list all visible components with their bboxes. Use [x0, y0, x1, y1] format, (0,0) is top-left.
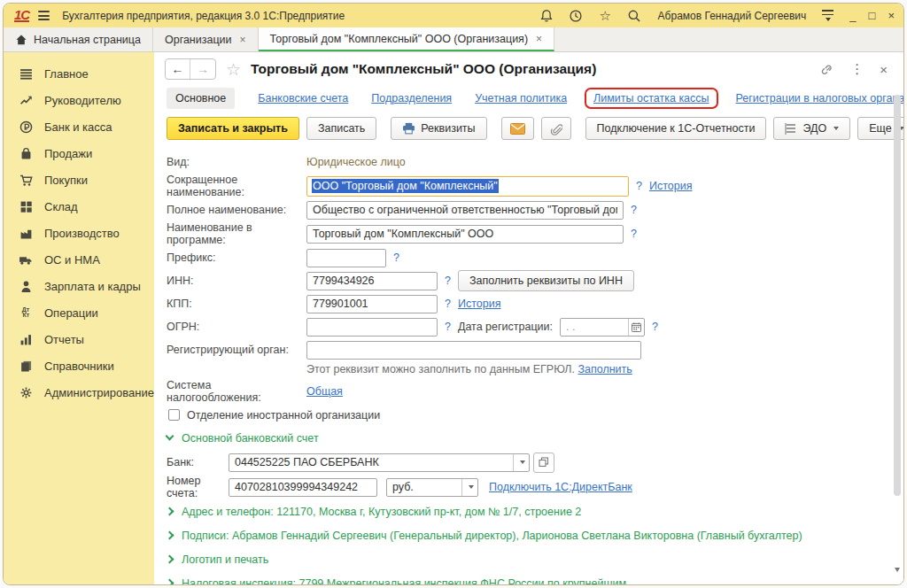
back-button[interactable]: ← [166, 59, 190, 79]
nav-tax-registrations[interactable]: Регистрации в налоговых органах [736, 92, 903, 104]
tab-organization-card[interactable]: Торговый дом "Комплексный" ООО (Организа… [259, 27, 554, 51]
nav-cash-limits[interactable]: Лимиты остатка кассы [593, 92, 709, 104]
account-input[interactable] [229, 478, 377, 497]
main-menu-icon[interactable] [38, 11, 50, 20]
address-section-expander[interactable]: Адрес и телефон: 121170, Москва г, Кутуз… [167, 499, 891, 523]
foreign-branch-checkbox[interactable] [168, 409, 180, 421]
sidebar-item-otchety[interactable]: Отчеты [4, 326, 154, 352]
form-row-tax-system: Система налогообложения: Общая [167, 379, 891, 404]
app-title: Бухгалтерия предприятия, редакция 3.0 1С… [62, 10, 530, 22]
bank-input[interactable]: 044525225 ПАО СБЕРБАНК [229, 453, 530, 472]
bank-label: Банк: [167, 456, 229, 468]
reg-date-input[interactable]: . . [560, 318, 645, 337]
inn-input[interactable] [306, 272, 438, 290]
service-settings-icon[interactable] [822, 10, 833, 21]
attachments-button[interactable] [541, 117, 571, 140]
program-name-input[interactable] [306, 225, 624, 244]
signatures-section-expander[interactable]: Подписи: Абрамов Геннадий Сергеевич (Ген… [167, 523, 891, 547]
history-icon[interactable] [569, 8, 584, 23]
nav-bank-accounts[interactable]: Банковские счета [258, 92, 348, 104]
calendar-icon[interactable] [628, 319, 644, 336]
notifications-bell-icon[interactable] [539, 8, 554, 23]
short-name-help[interactable]: ? [636, 180, 642, 192]
sidebar-item-sklad[interactable]: Склад [4, 193, 154, 220]
close-form-icon[interactable]: × [880, 62, 888, 77]
user-menu[interactable]: Абрамов Геннадий Сергеевич [658, 10, 807, 22]
reg-date-help[interactable]: ? [652, 321, 658, 333]
send-email-button[interactable] [501, 117, 534, 140]
get-link-icon[interactable] [819, 62, 834, 77]
short-name-input[interactable]: ООО "Торговый дом "Комплексный" [306, 176, 629, 197]
directbank-link[interactable]: Подключить 1С:ДиректБанк [489, 481, 632, 493]
bank-section-expander[interactable]: Основной банковский счет [167, 426, 891, 450]
kpp-history-link[interactable]: История [458, 298, 500, 310]
currency-select[interactable]: руб. [386, 478, 478, 497]
full-name-input[interactable] [306, 201, 624, 220]
toolbar: Записать и закрыть Записать Реквизиты По… [154, 117, 903, 149]
sidebar-item-os-nma[interactable]: ОС и НМА [4, 246, 154, 273]
kpp-help[interactable]: ? [445, 298, 451, 310]
fill-by-inn-button[interactable]: Заполнить реквизиты по ИНН [458, 270, 634, 291]
tax-system-link[interactable]: Общая [306, 385, 343, 398]
tax-inspection-section-expander[interactable]: Налоговая инспекция: 7799 Межрегиональна… [167, 571, 891, 584]
prefix-help[interactable]: ? [393, 251, 399, 264]
tab-organizations[interactable]: Организации × [153, 27, 259, 51]
truck-icon [17, 253, 35, 267]
currency-dropdown-button[interactable] [461, 479, 477, 496]
form-row-kpp: КПП: ? История [167, 292, 891, 315]
reg-authority-label: Регистрирующий орган: [167, 344, 306, 356]
bank-dropdown-button[interactable] [513, 454, 529, 471]
favorite-star-icon[interactable]: ☆ [226, 59, 241, 80]
edo-button[interactable]: ЭДО [773, 117, 850, 140]
save-button[interactable]: Записать [306, 117, 376, 140]
prefix-input[interactable] [306, 249, 386, 267]
scrollbar-down-arrow[interactable] [895, 568, 900, 572]
ogrn-input[interactable] [306, 318, 438, 337]
open-bank-icon[interactable] [533, 453, 554, 473]
sidebar-item-spravochniki[interactable]: Справочники [4, 352, 154, 379]
dt-kt-icon: ДтКт [17, 307, 35, 318]
favorites-star-icon[interactable]: ☆ [598, 8, 613, 23]
sidebar-item-proizvodstvo[interactable]: Производство [4, 220, 154, 246]
scrollbar-thumb[interactable] [894, 95, 901, 496]
maximize-button[interactable]: □ [869, 10, 876, 21]
close-window-button[interactable]: × [888, 10, 895, 21]
nav-main[interactable]: Основное [167, 88, 235, 109]
nav-departments[interactable]: Подразделения [371, 92, 452, 104]
more-dots-icon[interactable]: ⋮ [850, 61, 864, 77]
nav-accounting-policy[interactable]: Учетная политика [475, 92, 567, 104]
vertical-scrollbar[interactable] [894, 93, 901, 560]
minimize-button[interactable]: _ [849, 10, 856, 21]
close-tab-icon[interactable]: × [240, 34, 246, 46]
reg-authority-input[interactable] [306, 341, 641, 360]
search-icon[interactable] [627, 8, 642, 23]
sidebar-item-label: Покупки [44, 174, 88, 187]
sidebar-item-glavnoe[interactable]: Главное [4, 60, 154, 87]
sidebar-item-pokupki[interactable]: Покупки [4, 166, 154, 193]
ogrn-help[interactable]: ? [445, 321, 451, 333]
tab-home[interactable]: Начальная страница [4, 27, 153, 51]
short-name-selected-text: ООО "Торговый дом "Комплексный" [312, 179, 499, 193]
close-tab-icon[interactable]: × [536, 33, 542, 45]
sidebar-item-operacii[interactable]: ДтКт Операции [4, 299, 154, 326]
sidebar-item-administrirovanie[interactable]: Администрирование [4, 379, 154, 406]
requisites-button[interactable]: Реквизиты [391, 117, 486, 140]
more-label: Еще [869, 122, 891, 135]
kpp-input[interactable] [306, 295, 438, 313]
sidebar-item-zarplata-kadry[interactable]: Зарплата и кадры [4, 273, 154, 299]
program-name-help[interactable]: ? [631, 228, 637, 240]
connect-1c-reporting-button[interactable]: Подключение к 1С-Отчетности [585, 117, 767, 140]
sidebar-item-prodazhi[interactable]: Продажи [4, 140, 154, 166]
chevron-down-icon [166, 432, 174, 441]
kind-label: Вид: [167, 156, 306, 168]
logo-section-expander[interactable]: Логотип и печать [167, 547, 891, 571]
save-and-close-button[interactable]: Записать и закрыть [167, 117, 299, 140]
sidebar-item-bank-kassa[interactable]: Банк и касса [4, 113, 154, 140]
forward-button[interactable]: → [190, 59, 215, 79]
sidebar-item-rukovoditelyu[interactable]: Руководителю [4, 87, 154, 113]
short-name-history-link[interactable]: История [649, 180, 692, 192]
inn-help[interactable]: ? [445, 275, 451, 287]
full-name-help[interactable]: ? [631, 204, 637, 216]
fill-egrul-link[interactable]: Заполнить [578, 363, 632, 375]
edo-label: ЭДО [802, 122, 826, 135]
